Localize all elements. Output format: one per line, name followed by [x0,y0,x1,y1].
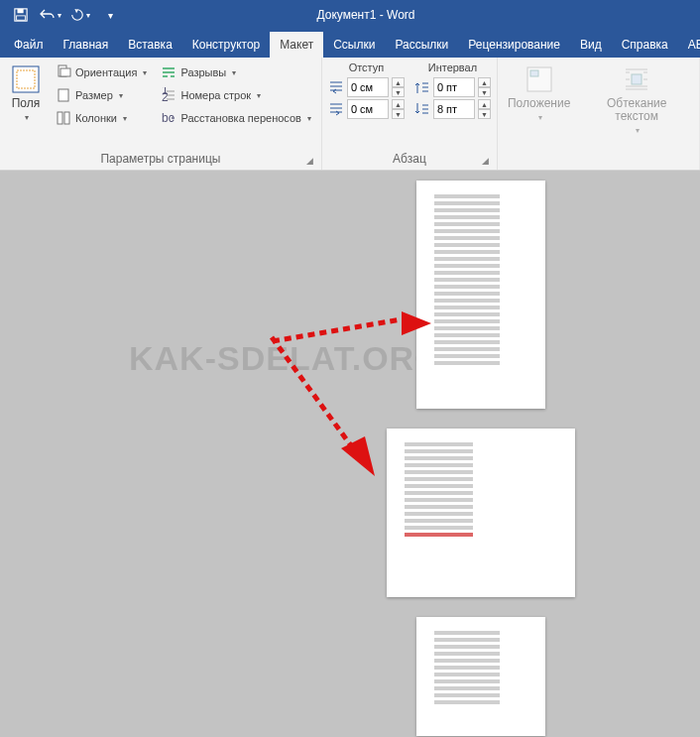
tab-review[interactable]: Рецензирование [458,32,570,58]
tab-mailings[interactable]: Рассылки [385,32,458,58]
indent-header: Отступ [328,61,405,75]
svg-marker-17 [402,311,431,335]
svg-marker-19 [341,436,375,476]
spacing-before-icon [414,79,430,95]
svg-rect-8 [58,112,62,124]
spacing-after-icon [414,101,430,117]
indent-left-icon [328,79,344,95]
tab-abbyy[interactable]: ABB [678,32,700,58]
margins-button[interactable]: Поля▾ [6,61,46,129]
annotation-arrow-2 [264,329,393,488]
tab-references[interactable]: Ссылки [323,32,385,58]
page-setup-launcher-icon[interactable]: ◢ [306,156,313,166]
size-button[interactable]: Размер▾ [52,84,151,106]
indent-right-down[interactable]: ▼ [392,109,405,119]
spacing-before-input[interactable] [433,77,475,97]
svg-rect-6 [60,68,70,76]
indent-right-icon [328,101,344,117]
page-2-landscape[interactable] [387,429,575,597]
document-area[interactable]: KAK-SDELAT.ORG [0,171,700,737]
svg-rect-14 [530,70,538,76]
spacing-after-up[interactable]: ▲ [478,99,491,109]
page-3-portrait[interactable] [416,617,545,736]
orientation-icon [56,64,71,80]
indent-left-down[interactable]: ▼ [392,87,405,97]
hyphenation-button[interactable]: bc Расстановка переносов▾ [157,107,314,129]
margins-icon [10,63,42,95]
svg-rect-7 [58,89,68,101]
tab-home[interactable]: Главная [54,32,119,58]
position-icon [524,63,555,95]
svg-line-18 [272,337,353,448]
position-button: Положение▾ [504,61,574,138]
indent-left-up[interactable]: ▲ [392,77,405,87]
tab-help[interactable]: Справка [612,32,678,58]
page-1-portrait[interactable] [416,181,545,409]
svg-text:2: 2 [162,90,169,103]
spacing-before-down[interactable]: ▼ [478,87,491,97]
qat-customize-icon[interactable]: ▾ [97,3,123,27]
spacing-after-input[interactable] [433,99,475,119]
line-numbers-button[interactable]: 12 Номера строк▾ [157,84,314,106]
columns-button[interactable]: Колонки▾ [52,107,151,129]
tab-view[interactable]: Вид [570,32,612,58]
group-label-paragraph: Абзац ◢ [328,150,491,168]
spacing-header: Интервал [414,61,491,75]
tab-file[interactable]: Файл [4,32,54,58]
group-label-page-setup: Параметры страницы ◢ [6,150,315,168]
redo-icon[interactable]: ▾ [67,3,93,27]
indent-right-input[interactable] [347,99,389,119]
breaks-icon [161,64,176,80]
indent-right-up[interactable]: ▲ [392,99,405,109]
line-numbers-icon: 12 [161,87,176,103]
orientation-button[interactable]: Ориентация▾ [52,61,151,83]
paragraph-launcher-icon[interactable]: ◢ [482,156,489,166]
undo-icon[interactable]: ▾ [38,3,63,27]
tab-insert[interactable]: Вставка [118,32,182,58]
spacing-before-up[interactable]: ▲ [478,77,491,87]
svg-rect-1 [18,9,24,13]
ribbon: Поля▾ Ориентация▾ Размер▾ Колонки▾ [0,58,700,171]
tab-design[interactable]: Конструктор [182,32,270,58]
hyphenation-icon: bc [161,110,176,126]
window-title: Документ1 - Word [131,8,601,22]
svg-rect-2 [17,16,26,20]
tab-layout[interactable]: Макет [270,32,323,58]
svg-rect-9 [64,112,69,124]
svg-rect-15 [632,74,642,84]
indent-left-input[interactable] [347,77,389,97]
columns-icon [56,110,71,126]
size-icon [56,87,71,103]
breaks-button[interactable]: Разрывы▾ [157,61,314,83]
wrap-text-icon [621,63,652,95]
wrap-text-button: Обтекание текстом▾ [580,61,693,138]
save-icon[interactable] [8,3,34,27]
ribbon-tabs: Файл Главная Вставка Конструктор Макет С… [0,30,700,58]
spacing-after-down[interactable]: ▼ [478,109,491,119]
